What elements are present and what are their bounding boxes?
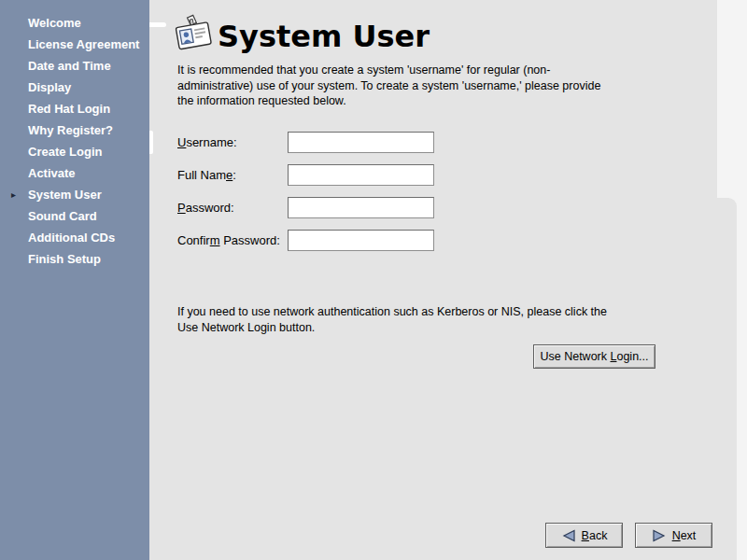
- sidebar-step-sound-card: Sound Card: [0, 205, 149, 227]
- intro-paragraph: It is recommended that you create a syst…: [177, 63, 600, 109]
- next-button[interactable]: Next: [635, 523, 712, 548]
- sidebar-step-label: Display: [28, 80, 71, 94]
- sidebar-step-label: Why Register?: [28, 123, 113, 137]
- content-panel-extension: [717, 198, 737, 560]
- network-auth-line: If you need to use network authenticatio…: [177, 304, 607, 320]
- use-network-login-button[interactable]: Use Network Login...: [533, 344, 655, 369]
- wizard-steps-sidebar: Welcome License Agreement Date and Time …: [0, 0, 149, 560]
- id-badge-icon: [175, 12, 214, 55]
- sidebar-step-finish-setup: Finish Setup: [0, 248, 149, 270]
- network-auth-line: Use Network Login button.: [177, 320, 607, 336]
- use-network-login-label: Use Network Login...: [540, 350, 648, 363]
- arrow-left-icon: [561, 529, 576, 542]
- sidebar-step-label: Date and Time: [28, 59, 111, 73]
- sidebar-step-license-agreement: License Agreement: [0, 34, 149, 55]
- username-label: Username:: [177, 135, 237, 149]
- sidebar-step-welcome: Welcome: [0, 12, 149, 34]
- sidebar-step-label: Finish Setup: [28, 252, 101, 266]
- sidebar-step-display: Display: [0, 77, 149, 98]
- intro-line: It is recommended that you create a syst…: [177, 63, 600, 78]
- sidebar-step-system-user-current: ▸System User: [0, 184, 149, 205]
- sidebar-step-create-login: Create Login: [0, 141, 149, 162]
- password-row: Password:: [177, 197, 234, 218]
- back-button[interactable]: Back: [545, 523, 623, 548]
- current-step-arrow-icon: ▸: [11, 184, 28, 205]
- sidebar-step-label: Activate: [28, 166, 76, 180]
- network-auth-note: If you need to use network authenticatio…: [177, 304, 607, 336]
- confirm-password-row: Confirm Password:: [177, 230, 280, 251]
- back-button-label: Back: [582, 529, 608, 542]
- firstboot-window: Welcome License Agreement Date and Time …: [0, 0, 747, 560]
- sidebar-step-additional-cds: Additional CDs: [0, 227, 149, 248]
- sidebar-step-label: System User: [28, 188, 102, 202]
- full-name-row: Full Name:: [177, 164, 236, 186]
- sidebar-step-label: Additional CDs: [28, 231, 115, 245]
- panel-notch-vertical: [149, 131, 153, 154]
- panel-notch-dash: [149, 22, 166, 27]
- full-name-label: Full Name:: [177, 168, 236, 182]
- sidebar-step-activate: Activate: [0, 162, 149, 184]
- intro-line: administrative) use of your system. To c…: [177, 78, 600, 94]
- next-button-label: Next: [672, 529, 697, 542]
- confirm-password-label: Confirm Password:: [177, 233, 280, 247]
- arrow-right-icon: [652, 529, 667, 542]
- sidebar-step-label: License Agreement: [28, 37, 139, 51]
- sidebar-step-why-register: Why Register?: [0, 119, 149, 141]
- password-label: Password:: [177, 201, 234, 215]
- full-name-input[interactable]: [288, 164, 434, 186]
- password-input[interactable]: [288, 197, 434, 218]
- username-row: Username:: [177, 132, 237, 153]
- sidebar-step-label: Sound Card: [28, 209, 97, 223]
- confirm-password-input[interactable]: [288, 230, 434, 251]
- sidebar-step-label: Welcome: [28, 16, 81, 30]
- page-title: System User: [218, 19, 430, 54]
- sidebar-step-red-hat-login: Red Hat Login: [0, 98, 149, 119]
- sidebar-step-date-and-time: Date and Time: [0, 55, 149, 77]
- intro-line: the information requested below.: [177, 93, 600, 109]
- sidebar-step-label: Red Hat Login: [28, 102, 110, 116]
- wizard-step-list: Welcome License Agreement Date and Time …: [0, 12, 149, 270]
- sidebar-step-label: Create Login: [28, 145, 102, 159]
- username-input[interactable]: [288, 132, 434, 153]
